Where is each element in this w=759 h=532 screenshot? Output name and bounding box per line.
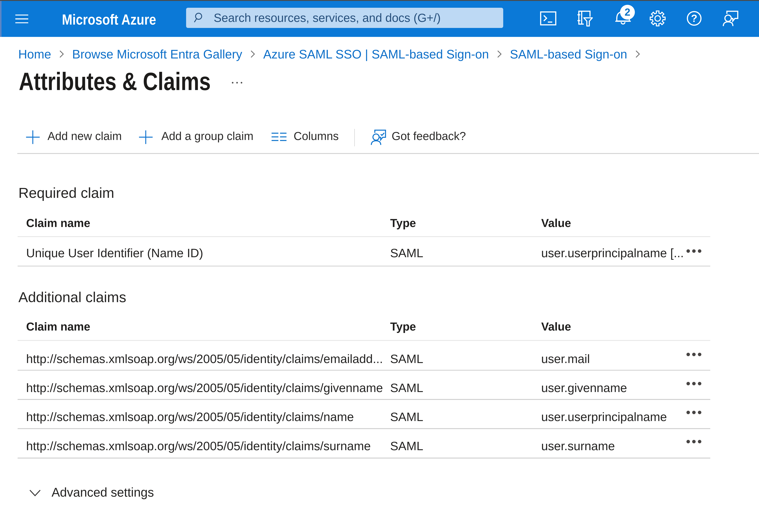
svg-text:2: 2 [624,6,630,18]
svg-text:?: ? [691,13,698,24]
